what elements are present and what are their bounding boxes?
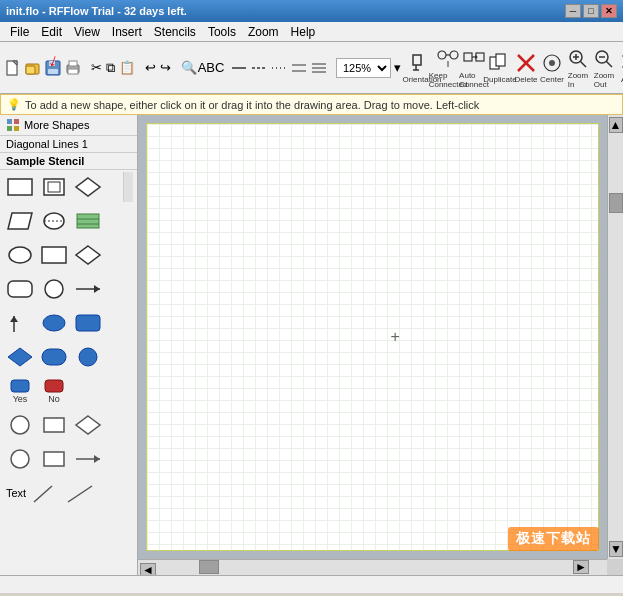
- spell-button[interactable]: ABC: [200, 57, 222, 79]
- duplicate-button[interactable]: Duplicate: [488, 48, 512, 88]
- svg-line-87: [34, 486, 52, 502]
- shape-yes[interactable]: Yes: [4, 376, 36, 406]
- copy-button[interactable]: ⧉: [105, 57, 116, 79]
- svg-point-35: [549, 60, 555, 66]
- drawing-surface[interactable]: +: [146, 123, 599, 551]
- more-shapes-button[interactable]: More Shapes: [0, 115, 137, 136]
- find-button[interactable]: 🔍: [180, 57, 198, 79]
- new-button[interactable]: [4, 57, 22, 79]
- svg-line-41: [607, 61, 613, 67]
- center-button[interactable]: Center: [540, 48, 564, 88]
- line-style-1[interactable]: [230, 57, 248, 79]
- shape-blue-diamond[interactable]: [4, 342, 36, 372]
- shape-line-arrow[interactable]: [72, 444, 104, 474]
- info-bar: 💡 To add a new shape, either click on it…: [0, 94, 623, 115]
- shape-row-8: [0, 408, 137, 442]
- canvas-area[interactable]: + ▲ ▼ ◄ ► 极速下载站: [138, 115, 623, 575]
- svg-rect-52: [7, 126, 12, 131]
- shape-process[interactable]: [4, 172, 36, 202]
- shape-arrow-up[interactable]: [4, 308, 36, 338]
- shape-rect-empty[interactable]: [38, 410, 70, 440]
- menu-help[interactable]: Help: [285, 23, 322, 41]
- menu-bar: File Edit View Insert Stencils Tools Zoo…: [0, 22, 623, 42]
- svg-rect-6: [49, 61, 55, 66]
- zoom-in-button[interactable]: Zoom In: [566, 48, 590, 88]
- svg-rect-65: [42, 247, 66, 263]
- line-style-4[interactable]: [290, 57, 308, 79]
- shape-diag-line2[interactable]: [64, 478, 96, 508]
- watermark: 极速下载站: [508, 527, 599, 551]
- shape-rect-outline[interactable]: [38, 240, 70, 270]
- menu-file[interactable]: File: [4, 23, 35, 41]
- zoom-select[interactable]: 125% 50% 75% 100% 150% 200%: [336, 58, 391, 78]
- shape-diamond[interactable]: [72, 172, 104, 202]
- svg-rect-53: [14, 126, 19, 131]
- close-button[interactable]: ✕: [601, 4, 617, 18]
- open-button[interactable]: [24, 57, 42, 79]
- cut-button[interactable]: ✂: [90, 57, 103, 79]
- svg-point-68: [45, 280, 63, 298]
- line-style-3[interactable]: [270, 57, 288, 79]
- shape-rounded-rect[interactable]: [4, 274, 36, 304]
- sample-stencil-label: Sample Stencil: [0, 153, 137, 170]
- svg-rect-78: [11, 380, 29, 392]
- svg-point-22: [438, 51, 446, 59]
- shape-diamond-outline[interactable]: [72, 240, 104, 270]
- svg-point-77: [79, 348, 97, 366]
- shape-circle-empty[interactable]: [4, 410, 36, 440]
- shape-arrow-right[interactable]: [72, 274, 104, 304]
- shape-blue-ellipse[interactable]: [38, 308, 70, 338]
- shape-decision[interactable]: [38, 172, 70, 202]
- panel-scrollbar[interactable]: [123, 172, 133, 202]
- shape-blue-rounded[interactable]: [38, 342, 70, 372]
- undo-button[interactable]: ↩: [144, 57, 157, 79]
- svg-marker-86: [94, 455, 100, 463]
- title-bar: init.flo - RFFlow Trial - 32 days left. …: [0, 0, 623, 22]
- svg-point-73: [43, 315, 65, 331]
- zoom-dropdown-btn[interactable]: ▾: [393, 57, 402, 79]
- paste-button[interactable]: 📋: [118, 57, 136, 79]
- shape-diag-line[interactable]: [30, 478, 62, 508]
- svg-rect-10: [68, 69, 78, 74]
- menu-edit[interactable]: Edit: [35, 23, 68, 41]
- redo-button[interactable]: ↪: [159, 57, 172, 79]
- keep-connected-button[interactable]: KeepConnected: [436, 48, 460, 88]
- window-controls[interactable]: ─ □ ✕: [565, 4, 617, 18]
- shape-diamond-empty[interactable]: [72, 410, 104, 440]
- menu-view[interactable]: View: [68, 23, 106, 41]
- shape-no[interactable]: No: [38, 376, 70, 406]
- shape-blue-circle[interactable]: [72, 342, 104, 372]
- shape-circle-2[interactable]: [4, 444, 36, 474]
- delete-button[interactable]: Delete: [514, 48, 538, 88]
- shape-ellipse-outline[interactable]: [4, 240, 36, 270]
- menu-tools[interactable]: Tools: [202, 23, 242, 41]
- shape-row-9: [0, 442, 137, 476]
- save-button[interactable]: ↓: [44, 57, 62, 79]
- print-button[interactable]: [64, 57, 82, 79]
- duplicate-label: Duplicate: [483, 75, 516, 84]
- minimize-button[interactable]: ─: [565, 4, 581, 18]
- shape-circle[interactable]: [38, 206, 70, 236]
- status-bar: [0, 575, 623, 593]
- vertical-scrollbar[interactable]: ▲ ▼: [607, 115, 623, 559]
- shape-rect-2[interactable]: [38, 444, 70, 474]
- svg-rect-31: [496, 54, 505, 66]
- svg-point-64: [9, 247, 31, 263]
- align-button[interactable]: Align: [618, 48, 623, 88]
- line-style-2[interactable]: [250, 57, 268, 79]
- shape-circle-outline[interactable]: [38, 274, 70, 304]
- zoom-out-button[interactable]: Zoom Out: [592, 48, 616, 88]
- horizontal-scrollbar[interactable]: ◄ ►: [138, 559, 607, 575]
- menu-insert[interactable]: Insert: [106, 23, 148, 41]
- shape-data[interactable]: [4, 206, 36, 236]
- line-style-5[interactable]: [310, 57, 328, 79]
- svg-rect-26: [464, 53, 472, 61]
- svg-rect-56: [48, 182, 60, 192]
- menu-stencils[interactable]: Stencils: [148, 23, 202, 41]
- shape-blue-rect[interactable]: [72, 308, 104, 338]
- menu-zoom[interactable]: Zoom: [242, 23, 285, 41]
- svg-point-23: [450, 51, 458, 59]
- shape-db[interactable]: [72, 206, 104, 236]
- maximize-button[interactable]: □: [583, 4, 599, 18]
- scroll-corner: [607, 559, 623, 575]
